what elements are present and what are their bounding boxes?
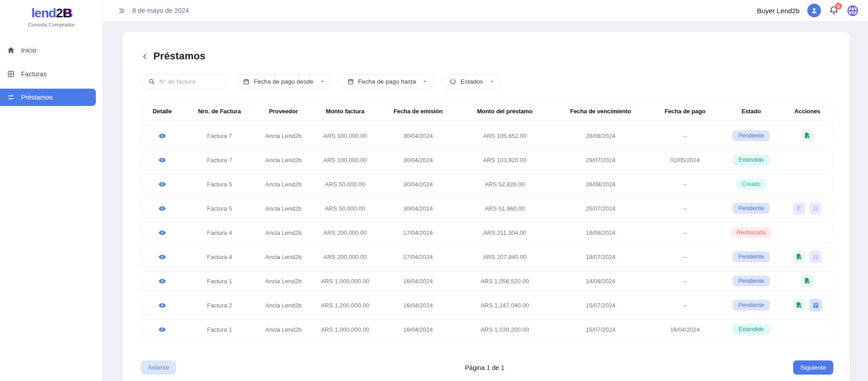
cell-nro-factura: Factura 5: [183, 205, 256, 212]
view-detail-button[interactable]: [158, 132, 166, 140]
sidebar: lend2B Consola Comprador Inicio Facturas: [0, 0, 103, 381]
document-check-button[interactable]: [793, 250, 805, 263]
document-check-button[interactable]: [801, 129, 814, 142]
cell-fecha-vencimiento: 28/08/2024: [553, 132, 648, 139]
calendar-add-button[interactable]: [809, 202, 822, 215]
cell-monto-prestamo: ARS 207,840.00: [457, 254, 553, 260]
cell-fecha-pago: --: [648, 302, 722, 309]
document-check-button[interactable]: [793, 299, 805, 312]
calendar-icon: [347, 78, 354, 85]
document-check-button[interactable]: [801, 275, 814, 287]
col-estado: Estado: [722, 108, 781, 115]
view-detail-button[interactable]: [158, 326, 166, 333]
filter-states[interactable]: Estados: [442, 74, 502, 89]
cell-fecha-vencimiento: 19/08/2024: [553, 229, 648, 236]
eye-icon: [158, 277, 166, 285]
cell-fecha-emision: 17/04/2024: [379, 229, 457, 236]
cell-nro-factura: Factura 1: [183, 326, 256, 333]
cell-fecha-vencimiento: 14/08/2024: [553, 278, 648, 285]
calendar-add-button[interactable]: [809, 250, 822, 263]
status-badge: Extendido: [732, 154, 770, 165]
cell-fecha-emision: 30/04/2024: [379, 132, 457, 139]
sidebar-item-inicio[interactable]: Inicio: [0, 41, 96, 59]
view-detail-button[interactable]: [158, 180, 166, 188]
view-detail-button[interactable]: [158, 205, 166, 212]
filter-date-from[interactable]: Fecha de pago desde: [235, 74, 332, 89]
view-detail-button[interactable]: [158, 277, 166, 285]
document-check-icon: [804, 277, 811, 285]
next-page-button[interactable]: Siguiente: [793, 360, 833, 375]
filter-date-from-label: Fecha de pago desde: [254, 78, 314, 85]
view-detail-button[interactable]: [158, 302, 166, 309]
cell-fecha-pago: 16/04/2024: [648, 326, 722, 333]
cell-fecha-emision: 16/04/2024: [379, 302, 457, 309]
cell-nro-factura: Factura 7: [183, 157, 256, 164]
status-badge: Pendiente: [732, 275, 770, 286]
cell-fecha-vencimiento: 26/08/2024: [553, 181, 648, 188]
avatar[interactable]: [807, 4, 821, 17]
sidebar-item-prestamos[interactable]: Préstamos: [0, 89, 96, 106]
view-detail-button[interactable]: [158, 156, 166, 164]
invoice-search[interactable]: [141, 74, 228, 89]
cell-monto-factura: ARS 1,000,000.00: [311, 278, 379, 285]
filter-date-to[interactable]: Fecha de pago hasta: [340, 74, 435, 89]
filters-bar: Fecha de pago desde Fecha de pago hasta: [141, 74, 833, 89]
status-badge: Rechazada: [731, 227, 771, 238]
eye-icon: [158, 205, 166, 212]
view-detail-button[interactable]: [158, 229, 166, 237]
cell-monto-factura: ARS 1,200,000.00: [311, 302, 379, 309]
cell-monto-factura: ARS 50,000.00: [311, 181, 379, 188]
eye-icon: [158, 156, 166, 164]
cell-fecha-emision: 16/04/2024: [379, 326, 457, 333]
cell-fecha-pago: --: [648, 278, 722, 285]
cell-fecha-pago: --: [648, 205, 722, 212]
page-info: Página 1 de 1: [465, 364, 504, 371]
cell-actions: [781, 202, 834, 215]
eye-icon: [158, 326, 166, 333]
prev-page-button[interactable]: Anterior: [141, 360, 176, 375]
cell-fecha-emision: 17/04/2024: [379, 254, 457, 260]
table-row: Factura 2 Ancla Lend2b ARS 1,200,000.00 …: [141, 295, 833, 315]
filter-date-to-label: Fecha de pago hasta: [358, 78, 416, 85]
cell-fecha-pago: 02/05/2024: [648, 157, 722, 164]
language-globe-icon[interactable]: [847, 5, 859, 17]
cell-proveedor: Ancla Lend2b: [256, 229, 311, 236]
document-check-button[interactable]: [793, 202, 805, 215]
eye-icon: [158, 229, 166, 237]
cell-nro-factura: Factura 7: [183, 132, 256, 139]
chevron-down-icon: [489, 79, 494, 84]
sidebar-collapse-icon[interactable]: [118, 7, 125, 15]
status-badge: Extendido: [732, 324, 770, 335]
notifications-button[interactable]: 5: [829, 5, 839, 17]
sidebar-item-facturas[interactable]: Facturas: [0, 65, 96, 83]
brand-logo[interactable]: lend2B: [0, 6, 103, 21]
cell-monto-prestamo: ARS 1,247,040.00: [457, 302, 553, 309]
page-title-row: Préstamos: [141, 50, 833, 62]
cell-monto-factura: ARS 1,000,000.00: [311, 326, 379, 333]
invoice-search-input[interactable]: [159, 78, 220, 85]
cell-monto-factura: ARS 100,000.00: [311, 132, 379, 139]
cell-actions: [781, 299, 834, 312]
document-check-icon: [795, 205, 803, 212]
cell-monto-factura: ARS 50,000.00: [311, 205, 379, 212]
calendar-add-icon: [812, 205, 819, 212]
chevron-down-icon: [422, 79, 427, 84]
table-row: Factura 1 Ancla Lend2b ARS 1,000,000.00 …: [141, 271, 833, 291]
calendar-add-button[interactable]: [809, 299, 822, 312]
cell-actions: [781, 129, 834, 142]
table-row: Factura 5 Ancla Lend2b ARS 50,000.00 30/…: [141, 198, 833, 218]
eye-icon: [158, 302, 166, 309]
eye-icon: [158, 132, 166, 140]
document-check-icon: [804, 132, 811, 139]
calendar-add-icon: [812, 302, 819, 309]
cell-proveedor: Ancla Lend2b: [256, 278, 311, 285]
document-check-icon: [795, 302, 803, 309]
cell-fecha-vencimiento: 15/07/2024: [553, 302, 648, 309]
cell-fecha-emision: 16/04/2024: [379, 278, 457, 285]
back-chevron-icon[interactable]: [141, 53, 149, 60]
cell-fecha-pago: --: [648, 181, 722, 188]
cell-proveedor: Ancla Lend2b: [256, 157, 311, 164]
cell-proveedor: Ancla Lend2b: [256, 132, 311, 139]
view-detail-button[interactable]: [158, 253, 166, 261]
cell-nro-factura: Factura 1: [183, 278, 256, 285]
